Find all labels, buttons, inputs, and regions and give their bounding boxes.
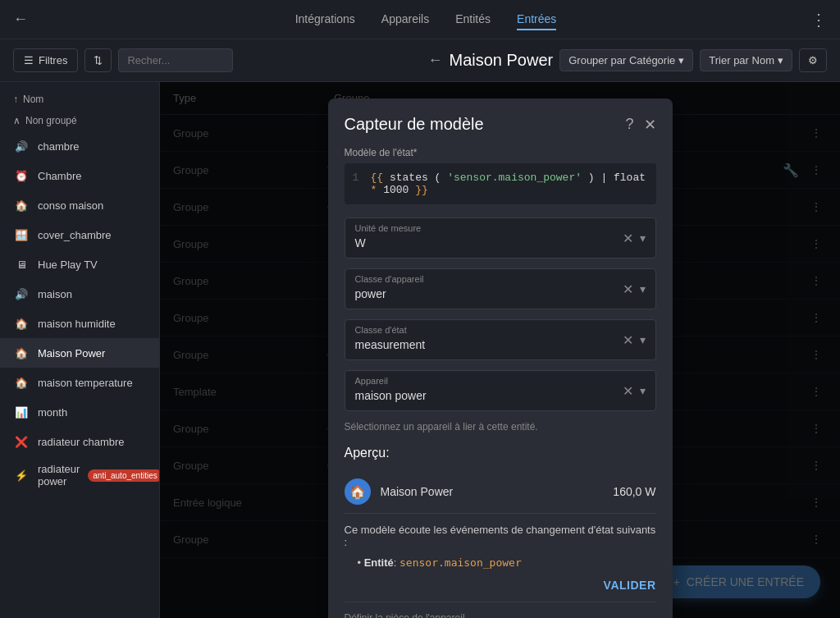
state-class-arrow-icon[interactable]: ▾ (640, 333, 646, 346)
sidebar-item-hue-play[interactable]: 🖥 Hue Play TV (0, 249, 159, 279)
group-chevron-icon: ∧ (13, 115, 21, 126)
unit-field[interactable]: Unité de mesure W ✕ ▾ (345, 217, 656, 259)
tab-entrees[interactable]: Entrées (517, 9, 556, 30)
sidebar-label-maison: maison (38, 288, 72, 300)
sidebar-label-chambre: chambre (38, 140, 80, 153)
device-class-clear-icon[interactable]: ✕ (623, 282, 633, 297)
sidebar-group-header-non-groupe[interactable]: ∧ Non groupé (0, 110, 159, 131)
unit-clear-icon[interactable]: ✕ (623, 231, 633, 246)
code-content: {{ states ( 'sensor.maison_power' ) | fl… (371, 172, 648, 196)
sidebar-label-maison-power: Maison Power (38, 347, 105, 359)
sort-by-label: Trier par Nom (709, 54, 774, 66)
toolbar-left: ☰ Filtres ⇅ (13, 48, 422, 72)
search-input[interactable] (118, 48, 233, 72)
group-by-chevron: ▾ (678, 54, 684, 66)
page-title-main: Maison Power (450, 51, 554, 70)
device-class-actions: ✕ ▾ (623, 282, 646, 297)
apercu-bullet: • Entité: sensor.maison_power (358, 556, 656, 569)
page-title-area: ← Capteur de modèle Maison Power (428, 51, 554, 70)
sidebar-label-radiateur-power: radiateur power (38, 463, 80, 488)
conso-icon: 🏠 (13, 197, 30, 213)
sidebar-item-radiateur-chambre[interactable]: ❌ radiateur chambre (0, 427, 159, 456)
modal-header-icons: ? ✕ (625, 116, 655, 134)
radiateur-chambre-icon: ❌ (13, 433, 30, 450)
sidebar-label-radiateur-chambre: radiateur chambre (38, 436, 125, 448)
valider-button[interactable]: VALIDER (604, 579, 656, 592)
line-number: 1 (353, 172, 363, 196)
sidebar-item-maison[interactable]: 🔊 maison (0, 279, 159, 309)
sort-by-button[interactable]: Trier par Nom ▾ (700, 49, 792, 71)
help-icon[interactable]: ? (625, 116, 633, 133)
group-by-button[interactable]: Grouper par Catégorie ▾ (559, 49, 693, 71)
device-arrow-icon[interactable]: ▾ (640, 384, 646, 397)
group-header-label: Non groupé (25, 115, 77, 126)
code-editor[interactable]: 1 {{ states ( 'sensor.maison_power' ) | … (345, 163, 656, 204)
unit-label: Unité de mesure (355, 223, 422, 233)
device-class-arrow-icon[interactable]: ▾ (640, 282, 646, 295)
settings-button[interactable]: ⚙ (799, 48, 827, 72)
sidebar: ↑ Nom ∧ Non groupé 🔊 chambre ⏰ Chambre 🏠… (0, 82, 160, 618)
device-field[interactable]: Appareil maison power ✕ ▾ (345, 370, 656, 411)
sidebar-label-cover: cover_chambre (38, 229, 112, 241)
modal-overlay: Capteur de modèle ? ✕ Modèle de l'état* … (160, 82, 840, 618)
more-options-icon[interactable]: ⋮ (810, 10, 827, 30)
select-hint: Sélectionnez un appareil à lier à cette … (345, 421, 656, 433)
apercu-title: Aperçu: (345, 446, 656, 460)
sidebar-item-Chambre[interactable]: ⏰ Chambre (0, 161, 159, 190)
device-label: Appareil (355, 376, 388, 386)
tab-entites[interactable]: Entités (455, 9, 491, 30)
apercu-row: 🏠 Maison Power 160,0 W (345, 470, 656, 514)
month-icon: 📊 (13, 404, 30, 420)
tab-appareils[interactable]: Appareils (381, 9, 429, 30)
hue-icon: 🖥 (13, 256, 30, 272)
sidebar-label-conso: conso maison (38, 199, 103, 212)
sidebar-item-cover-chambre[interactable]: 🪟 cover_chambre (0, 220, 159, 249)
filter-button[interactable]: ☰ Filtres (13, 48, 78, 72)
sidebar-label-Chambre: Chambre (38, 170, 81, 182)
nav-back-button[interactable]: ← (13, 11, 28, 28)
cover-icon: 🪟 (13, 227, 30, 243)
sidebar-item-maison-humidite[interactable]: 🏠 maison humidite (0, 309, 159, 338)
sidebar-item-maison-temperature[interactable]: 🏠 maison temperature (0, 368, 159, 397)
sidebar-item-month[interactable]: 📊 month (0, 397, 159, 427)
filter-label: Filtres (39, 54, 67, 66)
close-icon[interactable]: ✕ (644, 116, 656, 134)
state-class-actions: ✕ ▾ (623, 332, 646, 348)
valider-area: VALIDER (345, 579, 656, 592)
device-class-value: power (355, 287, 386, 300)
modal-body: Modèle de l'état* 1 {{ states ( 'sensor.… (328, 147, 673, 618)
sidebar-item-chambre[interactable]: 🔊 chambre (0, 131, 159, 161)
device-class-field[interactable]: Classe d'appareil power ✕ ▾ (345, 268, 656, 309)
humidite-icon: 🏠 (13, 315, 30, 332)
unit-value: W (355, 236, 366, 249)
sidebar-label-hue: Hue Play TV (38, 259, 98, 271)
modal-title: Capteur de modèle (345, 115, 484, 134)
unit-arrow-icon[interactable]: ▾ (640, 231, 646, 245)
sidebar-item-radiateur-power[interactable]: ⚡ radiateur power anti_auto_entities (0, 456, 159, 494)
toolbar-right: Grouper par Catégorie ▾ Trier par Nom ▾ … (559, 48, 827, 72)
apercu-name: Maison Power (381, 485, 604, 498)
location-text: Définir la pièce de l'appareil Vous pouv… (345, 612, 656, 618)
sort-options-button[interactable]: ⇅ (84, 48, 112, 72)
chambre2-icon: ⏰ (13, 167, 30, 184)
device-clear-icon[interactable]: ✕ (623, 383, 633, 399)
state-class-field[interactable]: Classe d'état measurement ✕ ▾ (345, 319, 656, 360)
page-back-arrow[interactable]: ← (428, 52, 443, 69)
sidebar-item-conso-maison[interactable]: 🏠 conso maison (0, 190, 159, 220)
apercu-listen-text: Ce modèle écoute les événements de chang… (345, 524, 656, 548)
tab-integrations[interactable]: Intégrations (295, 9, 355, 30)
state-class-label: Classe d'état (355, 325, 407, 335)
model-field-label: Modèle de l'état* (345, 147, 656, 158)
main-content: ↑ Nom ∧ Non groupé 🔊 chambre ⏰ Chambre 🏠… (0, 82, 840, 618)
state-class-clear-icon[interactable]: ✕ (623, 332, 633, 348)
capteur-modal: Capteur de modèle ? ✕ Modèle de l'état* … (328, 98, 673, 618)
modal-header: Capteur de modèle ? ✕ (328, 98, 673, 147)
apercu-icon: 🏠 (345, 478, 371, 505)
sort-up-icon: ↑ (13, 94, 18, 105)
maison-icon: 🔊 (13, 286, 30, 302)
state-class-value: measurement (355, 338, 426, 351)
sidebar-item-maison-power[interactable]: 🏠 Maison Power (0, 338, 159, 368)
toolbar: ☰ Filtres ⇅ ← Capteur de modèle Maison P… (0, 39, 840, 82)
temperature-icon: 🏠 (13, 374, 30, 391)
sidebar-sort-header: ↑ Nom (0, 89, 159, 110)
